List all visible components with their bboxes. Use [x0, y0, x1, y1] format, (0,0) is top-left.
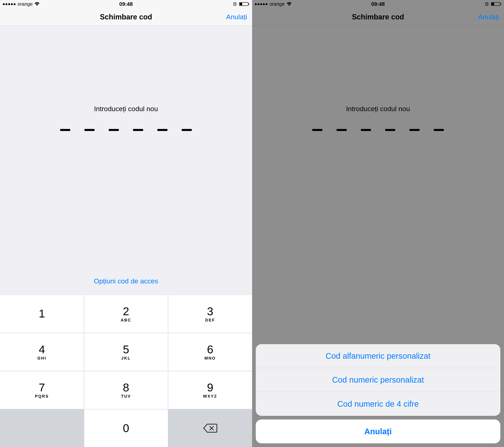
key-number: 1 [39, 308, 45, 319]
svg-line-13 [485, 2, 486, 3]
keypad-key-6[interactable]: 6 MNO [168, 333, 252, 371]
action-sheet-group: Cod alfanumeric personalizat Cod numeric… [256, 344, 501, 416]
key-number: 4 [39, 344, 45, 355]
status-bar: ●●●●● orange 09:48 [252, 0, 504, 8]
keypad-key-empty [0, 409, 84, 447]
keypad-key-2[interactable]: 2 ABC [84, 295, 168, 333]
key-letters: ABC [121, 318, 131, 322]
key-letters: GHI [37, 356, 46, 360]
keypad-key-5[interactable]: 5 JKL [84, 333, 168, 371]
keypad-key-3[interactable]: 3 DEF [168, 295, 252, 333]
key-letters: PQRS [35, 394, 49, 399]
carrier-label: orange [270, 1, 285, 7]
passcode-dash [133, 129, 143, 131]
action-sheet-item-4digit[interactable]: Cod numeric de 4 cifre [256, 392, 501, 416]
key-letters: MNO [204, 356, 216, 360]
carrier-label: orange [18, 1, 33, 7]
passcode-dash [385, 129, 395, 131]
passcode-prompt: Introduceți codul nou [346, 105, 410, 113]
action-sheet-item-alphanumeric[interactable]: Cod alfanumeric personalizat [256, 344, 501, 368]
action-sheet-cancel-button[interactable]: Anulați [256, 419, 501, 443]
screen-left: ●●●●● orange 09:48 Schimbare cod Anulați… [0, 0, 252, 447]
keypad-key-7[interactable]: 7 PQRS [0, 371, 84, 409]
passcode-dash [361, 129, 371, 131]
key-number: 7 [39, 382, 45, 393]
alarm-icon [233, 2, 237, 6]
battery-icon [239, 2, 250, 6]
passcode-dash [109, 129, 119, 131]
action-sheet-item-custom-numeric[interactable]: Cod numeric personalizat [256, 368, 501, 392]
signal-dots-icon: ●●●●● [254, 2, 268, 6]
svg-rect-16 [492, 3, 494, 5]
keypad-key-0[interactable]: 0 [84, 409, 168, 447]
passcode-dash [312, 129, 322, 131]
passcode-dash [434, 129, 444, 131]
nav-bar: Schimbare cod Anulați [252, 8, 504, 26]
key-number: 3 [207, 306, 213, 317]
key-number: 0 [123, 423, 129, 434]
svg-line-4 [236, 2, 236, 3]
keypad-key-backspace[interactable] [168, 409, 252, 447]
wifi-icon [286, 2, 292, 6]
nav-title: Schimbare cod [352, 13, 404, 21]
passcode-dashes [60, 129, 192, 131]
passcode-dash [337, 129, 347, 131]
status-left: ●●●●● orange [2, 1, 40, 7]
passcode-dash [157, 129, 167, 131]
keypad-key-9[interactable]: 9 WXYZ [168, 371, 252, 409]
svg-rect-6 [240, 3, 242, 5]
alarm-icon [485, 2, 489, 6]
keypad-key-8[interactable]: 8 TUV [84, 371, 168, 409]
passcode-options-button[interactable]: Opțiuni cod de acces [94, 277, 158, 285]
key-letters: JKL [121, 356, 131, 360]
backspace-icon [203, 423, 217, 433]
action-sheet: Cod alfanumeric personalizat Cod numeric… [252, 340, 504, 447]
passcode-prompt: Introduceți codul nou [94, 105, 158, 113]
numeric-keypad: 1 2 ABC 3 DEF 4 GHI 5 JKL 6 MNO 7 PQRS 8 [0, 295, 252, 447]
passcode-dashes [312, 129, 444, 131]
key-number: 2 [123, 306, 129, 317]
nav-title: Schimbare cod [100, 13, 152, 21]
status-time: 09:48 [119, 1, 133, 7]
key-number: 5 [123, 344, 129, 355]
key-number: 6 [207, 344, 213, 355]
svg-rect-17 [501, 3, 501, 5]
key-letters: DEF [205, 318, 215, 322]
passcode-dash [409, 129, 420, 131]
battery-icon [491, 2, 502, 6]
passcode-dash [84, 129, 95, 131]
content-area: Introduceți codul nou Opțiuni cod de acc… [0, 26, 252, 295]
status-right [233, 2, 250, 6]
key-number: 8 [123, 382, 129, 393]
status-left: ●●●●● orange [254, 1, 292, 7]
key-letters: WXYZ [203, 394, 217, 399]
keypad-key-1[interactable]: 1 [0, 295, 84, 333]
svg-rect-7 [249, 3, 249, 5]
svg-line-14 [487, 2, 488, 3]
nav-cancel-button[interactable]: Anulați [226, 13, 247, 21]
passcode-dash [60, 129, 70, 131]
status-time: 09:48 [371, 1, 385, 7]
status-bar: ●●●●● orange 09:48 [0, 0, 252, 8]
keypad-key-4[interactable]: 4 GHI [0, 333, 84, 371]
status-right [485, 2, 502, 6]
svg-line-3 [234, 2, 234, 3]
key-letters: TUV [121, 394, 131, 399]
key-number: 9 [207, 382, 213, 393]
nav-cancel-button[interactable]: Anulați [478, 13, 499, 21]
wifi-icon [34, 2, 40, 6]
passcode-dash [182, 129, 192, 131]
signal-dots-icon: ●●●●● [2, 2, 16, 6]
nav-bar: Schimbare cod Anulați [0, 8, 252, 26]
screen-right: ●●●●● orange 09:48 Schimbare cod Anulați… [252, 0, 504, 447]
